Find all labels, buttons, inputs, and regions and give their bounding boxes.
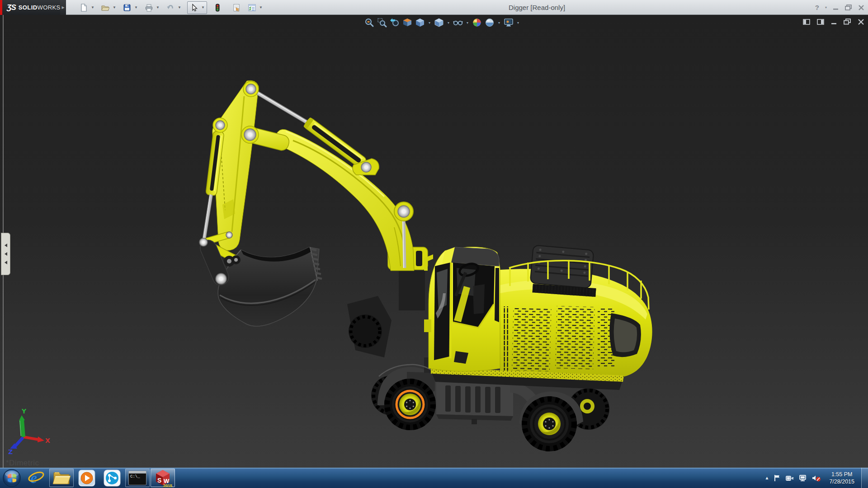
- solidworks-cube-icon: S W 2015: [153, 469, 172, 488]
- document-minimize-icon[interactable]: [831, 19, 837, 25]
- triad-z-label: Z: [8, 448, 13, 455]
- edit-appearance-button[interactable]: [471, 17, 483, 28]
- collapse-arrow-icon: [5, 244, 7, 247]
- collapse-arrow-icon: [5, 252, 7, 256]
- show-desktop-button[interactable]: [861, 468, 868, 488]
- close-icon[interactable]: [858, 5, 864, 11]
- apply-scene-button[interactable]: [484, 17, 495, 28]
- save-dropdown[interactable]: ▼: [133, 2, 139, 14]
- menu-expand-arrow[interactable]: ▶: [60, 0, 66, 15]
- media-player-icon: [78, 469, 96, 487]
- apply-scene-dropdown[interactable]: ▾: [496, 17, 502, 28]
- svg-text:2015: 2015: [163, 483, 172, 488]
- section-view-button[interactable]: [401, 17, 413, 28]
- collapse-left-pane-icon[interactable]: [803, 19, 811, 25]
- blue-branch-app-icon: [103, 469, 121, 487]
- previous-view-button[interactable]: [389, 17, 401, 28]
- cab[interactable]: [424, 247, 500, 371]
- action-center-flag-icon[interactable]: [773, 474, 781, 482]
- undo-button[interactable]: [165, 2, 176, 14]
- system-tray: ▲ 1:55 PM 7/28/2015: [764, 468, 868, 488]
- windows-taskbar: e C:\_: [0, 468, 868, 488]
- new-document-button[interactable]: [78, 2, 90, 14]
- view-orientation-label: *Dimetric: [6, 459, 39, 468]
- select-tool-dropdown[interactable]: ▼: [200, 2, 206, 14]
- windows-logo-icon: [2, 468, 22, 488]
- document-close-icon[interactable]: [858, 19, 864, 25]
- taskbar-item-windows-explorer[interactable]: [49, 469, 74, 487]
- select-tool-group: ▼: [187, 1, 207, 14]
- print-button[interactable]: [143, 2, 155, 14]
- taskbar-item-blue-branch-app[interactable]: [100, 469, 124, 487]
- view-orientation-button[interactable]: [414, 17, 426, 28]
- svg-text:S: S: [157, 477, 161, 484]
- solidworks-wordmark: SOLIDWORKS: [19, 4, 61, 11]
- document-window-controls: [803, 19, 864, 25]
- solidworks-logo: ƷS SOLIDWORKS: [2, 0, 60, 15]
- hide-show-items-button[interactable]: [452, 17, 464, 28]
- power-plug-icon[interactable]: [785, 474, 794, 482]
- display-style-dropdown[interactable]: ▾: [446, 17, 451, 28]
- svg-text:e: e: [30, 469, 37, 486]
- zoom-to-fit-button[interactable]: [363, 17, 375, 28]
- taskbar-clock[interactable]: 1:55 PM 7/28/2015: [829, 471, 854, 485]
- open-dropdown[interactable]: ▼: [111, 2, 118, 14]
- file-properties-button[interactable]: [231, 2, 242, 14]
- clock-time: 1:55 PM: [829, 471, 854, 478]
- view-settings-dropdown[interactable]: ▾: [515, 17, 521, 28]
- new-document-dropdown[interactable]: ▼: [90, 2, 96, 14]
- taskbar-item-command-prompt[interactable]: C:\_: [125, 469, 150, 487]
- folder-icon: [52, 469, 71, 487]
- triad-x-label: X: [45, 437, 50, 444]
- heads-up-view-toolbar: ▾ ▾ ▾ ▾ ▾: [363, 17, 521, 28]
- taskbar-item-internet-explorer[interactable]: e: [24, 469, 48, 487]
- rebuild-button[interactable]: [212, 2, 223, 14]
- reference-triad: Y X Z: [8, 408, 50, 455]
- volume-muted-icon[interactable]: [811, 474, 821, 482]
- window-controls: ? ▾: [815, 0, 864, 15]
- options-button[interactable]: [246, 2, 258, 14]
- restore-icon[interactable]: [845, 5, 852, 11]
- internet-explorer-icon: e: [27, 469, 46, 487]
- zoom-to-area-button[interactable]: [376, 17, 388, 28]
- display-style-button[interactable]: [433, 17, 445, 28]
- view-orientation-dropdown[interactable]: ▾: [427, 17, 432, 28]
- minimize-icon[interactable]: [833, 5, 839, 11]
- open-button[interactable]: [99, 2, 111, 14]
- print-dropdown[interactable]: ▼: [155, 2, 161, 14]
- options-dropdown[interactable]: ▼: [258, 2, 264, 14]
- hide-show-items-dropdown[interactable]: ▾: [465, 17, 470, 28]
- 3ds-logo-mark: ƷS: [7, 3, 16, 12]
- save-button[interactable]: [121, 2, 133, 14]
- standard-toolbar: ▼ ▼ ▼ ▼ ▼ ▼: [78, 1, 264, 14]
- help-dropdown[interactable]: ▾: [825, 5, 827, 9]
- view-settings-button[interactable]: [503, 17, 514, 28]
- window-title: Digger [Read-only]: [509, 4, 565, 11]
- show-hidden-icons-button[interactable]: ▲: [764, 475, 769, 480]
- select-tool-button[interactable]: [188, 2, 200, 14]
- triad-y-label: Y: [21, 408, 27, 415]
- rear-wheel[interactable]: [522, 396, 577, 451]
- clock-date: 7/28/2015: [829, 478, 854, 485]
- command-prompt-icon: C:\_: [128, 471, 146, 485]
- graphics-viewport[interactable]: Y X Z ▾ ▾ ▾: [0, 15, 868, 468]
- collapse-right-pane-icon[interactable]: [817, 19, 825, 25]
- front-wheel-selected[interactable]: [384, 379, 436, 430]
- start-button[interactable]: [0, 468, 24, 488]
- document-restore-icon[interactable]: [844, 19, 851, 25]
- excavator-model[interactable]: Y X Z: [0, 15, 868, 468]
- taskbar-item-solidworks[interactable]: S W 2015: [151, 469, 175, 487]
- taskbar-item-windows-media-player[interactable]: [75, 469, 99, 487]
- feature-panel-collapse-tab[interactable]: [1, 233, 10, 275]
- title-bar: ƷS SOLIDWORKS ▶ ▼ ▼ ▼ ▼ ▼ ▼: [0, 0, 868, 15]
- network-icon[interactable]: [798, 474, 807, 482]
- undo-dropdown[interactable]: ▼: [176, 2, 183, 14]
- help-icon[interactable]: ?: [815, 4, 819, 11]
- collapse-arrow-icon: [5, 261, 7, 264]
